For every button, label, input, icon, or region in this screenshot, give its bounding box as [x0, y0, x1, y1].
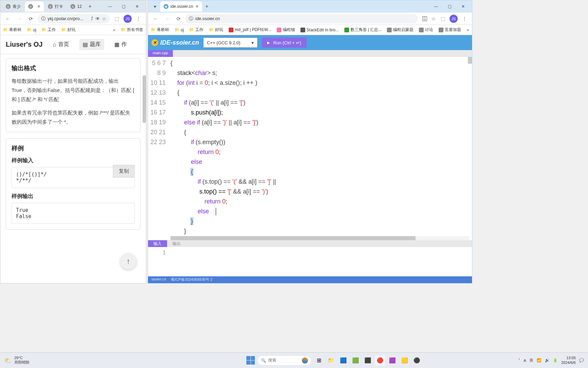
bookmark-link[interactable]: 编程启蒙题 — [387, 27, 413, 33]
bookmark-folder[interactable]: 好玩 — [61, 27, 76, 33]
explorer-icon[interactable]: 📁 — [326, 355, 336, 366]
ime-indicator[interactable]: A — [524, 358, 526, 363]
copilot-icon[interactable] — [302, 357, 308, 364]
battery-icon[interactable]: 🔋 — [553, 358, 558, 363]
site-info-icon[interactable]: ⓘ — [189, 16, 193, 22]
bookmark-folder[interactable]: 好玩 — [209, 27, 223, 33]
start-button[interactable] — [246, 356, 255, 365]
language-select[interactable]: C++ (GCC 9.2.0) ▾ — [203, 37, 258, 48]
bookmark-link[interactable]: md_pdf | PDF转W... — [229, 27, 271, 33]
extensions-icon[interactable]: ⬚ — [438, 14, 447, 24]
scrollbar-thumb[interactable] — [143, 75, 146, 123]
code-editor[interactable]: 5 6 7 8 9 10 11 12 13 14 15 16 17 18 19 … — [148, 57, 472, 240]
profile-avatar[interactable]: JS — [450, 15, 458, 23]
bookmark-link[interactable]: 数三角形 | 汇总... — [344, 27, 382, 33]
bookmark-link[interactable]: 竞赛加题 — [439, 27, 461, 33]
run-button[interactable]: ▶ Run (Ctrl + ↵) — [262, 37, 307, 48]
minimize-button[interactable]: — — [429, 1, 443, 12]
maximize-button[interactable]: ▢ — [443, 1, 456, 12]
bookmark-link[interactable]: 讨论 — [419, 27, 433, 33]
volume-icon[interactable]: 🔊 — [545, 358, 550, 363]
wifi-icon[interactable]: 📶 — [537, 358, 541, 363]
tab-3[interactable]: ◎打卡 — [45, 1, 66, 12]
tab-ide[interactable]: ◉ ide.ssoier.cn ✕ — [160, 1, 202, 12]
bookmark-folder[interactable]: 工作 — [42, 27, 56, 33]
scrollbar-thumb[interactable] — [170, 236, 415, 240]
app-icon[interactable]: 🟦 — [338, 355, 348, 366]
new-tab-button[interactable]: + — [203, 2, 211, 11]
close-icon[interactable]: ✕ — [195, 4, 199, 9]
oj-nav-home[interactable]: ⌂ 首页 — [49, 39, 72, 50]
io-editor[interactable]: 1 — [148, 247, 472, 276]
horizontal-scrollbar[interactable] — [170, 236, 469, 240]
tab-label: 打卡 — [55, 4, 63, 10]
bookmark-star-icon[interactable]: ☆ — [431, 16, 436, 21]
io-tab-output[interactable]: 输出 — [167, 240, 186, 247]
reload-button[interactable]: ⟳ — [26, 14, 36, 24]
back-button[interactable]: ← — [151, 14, 160, 24]
tab-4[interactable]: ◎12 — [67, 1, 85, 12]
site-info-icon[interactable]: ⓘ — [41, 16, 46, 22]
bookmark-folder[interactable]: 蒋桥杯 — [151, 27, 169, 33]
obs-icon[interactable]: ⚫ — [412, 355, 422, 366]
forward-button[interactable]: → — [15, 14, 24, 24]
oj-nav-problems[interactable]: ▤ 题库 — [79, 39, 104, 50]
taskbar-search[interactable]: 🔍 搜索 — [257, 355, 312, 366]
close-window-button[interactable]: ✕ — [130, 1, 144, 12]
menu-icon[interactable]: ⋮ — [460, 14, 469, 24]
extensions-icon[interactable]: ⬚ — [112, 14, 121, 24]
bookmarks-overflow-icon[interactable]: » — [113, 28, 115, 32]
clock[interactable]: 13:05 2024/6/6 — [561, 356, 576, 365]
translate-icon[interactable]: 🄶 — [420, 14, 429, 24]
tab-search-icon[interactable]: ▾ — [150, 2, 160, 11]
app-icon[interactable]: 🟪 — [387, 355, 397, 366]
tab-2-active[interactable]: ◎​✕ — [25, 1, 44, 12]
bookmark-folder[interactable]: 蒋桥杯 — [3, 27, 21, 33]
share-icon[interactable]: ⤴ — [91, 16, 93, 21]
bookmark-star-icon[interactable]: ☆ — [102, 16, 107, 21]
oj-nav-submit[interactable]: ▦ 作 — [111, 39, 130, 50]
code-area[interactable]: { stack<char> s; for (int i = 0; i < a.s… — [170, 57, 472, 240]
taskbar-weather[interactable]: ⛅ 29°C 局部晴朗 — [4, 356, 150, 365]
notifications-icon[interactable]: 💬 — [579, 358, 584, 363]
menu-icon[interactable]: ⋮ — [134, 14, 143, 24]
url-input[interactable]: ⓘ ide.ssoier.cn — [185, 14, 418, 24]
ime-lang-indicator[interactable]: 英 — [529, 358, 533, 363]
profile-avatar[interactable]: JS — [124, 15, 132, 23]
close-icon[interactable]: ✕ — [37, 4, 40, 9]
bookmarks-overflow-icon[interactable]: » — [467, 28, 469, 32]
file-tab-main[interactable]: main.cpp — [148, 50, 173, 57]
chrome-icon[interactable]: 🔴 — [375, 355, 385, 366]
url-input[interactable]: ⓘ ykj.cpolar.cn/pro... ⤴ 👁 ☆ — [38, 14, 110, 24]
bookmark-link[interactable]: 编程猫 — [277, 27, 295, 33]
bookmark-folder[interactable]: oj — [175, 28, 184, 32]
scroll-top-button[interactable]: ↑ — [120, 253, 136, 270]
all-bookmarks-button[interactable]: 所有书签 — [121, 27, 143, 33]
back-button[interactable]: ← — [3, 14, 13, 24]
forward-button[interactable]: → — [162, 14, 172, 24]
app-icon[interactable]: ⬛ — [363, 355, 373, 366]
tab-1[interactable]: ◎青少 — [2, 1, 24, 12]
tray-chevron-icon[interactable]: ˄ — [518, 358, 520, 363]
close-window-button[interactable]: ✕ — [456, 1, 470, 12]
task-view-icon[interactable]: ⊞ — [314, 355, 324, 366]
vertical-scrollbar[interactable] — [468, 57, 472, 64]
new-tab-button[interactable]: + — [86, 2, 94, 11]
maximize-button[interactable]: ▢ — [117, 1, 130, 12]
footer-link-icp[interactable]: 蜀ICP备2024068936号 2 — [171, 277, 212, 282]
oj-content[interactable]: 输出格式 每组数据输出一行，如果括号能匹配成功，输出 True，否则输出Fals… — [0, 54, 146, 283]
footer-link-domain[interactable]: ssoier.cn — [151, 277, 166, 282]
tab-label: ide.ssoier.cn — [170, 4, 193, 9]
view-icon[interactable]: 👁 — [95, 16, 100, 21]
minimize-button[interactable]: — — [103, 1, 117, 12]
bookmark-folder[interactable]: 工作 — [189, 27, 203, 33]
app-icon[interactable]: 🟩 — [350, 355, 361, 366]
io-tab-input[interactable]: 输入 — [148, 240, 167, 247]
bookmark-favicon-icon — [419, 28, 424, 32]
bookmark-folder[interactable]: oj — [27, 28, 36, 32]
bookmark-link[interactable]: StackEdit In bro... — [300, 28, 339, 32]
reload-button[interactable]: ⟳ — [174, 14, 183, 24]
tab-label: 12 — [77, 4, 82, 9]
app-icon[interactable]: 🟨 — [399, 355, 410, 366]
io-input-area[interactable] — [170, 247, 472, 276]
